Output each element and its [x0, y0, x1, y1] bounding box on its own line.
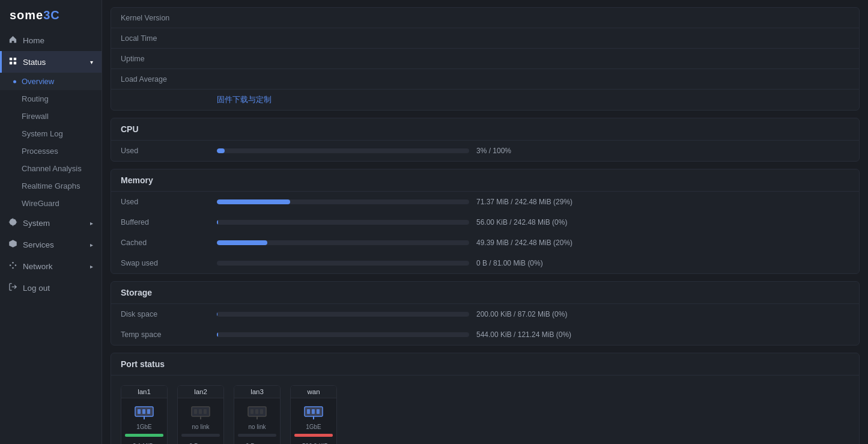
port-lan1-speed: 1GbE	[121, 422, 167, 431]
sidebar-item-status[interactable]: Status ▾	[0, 51, 102, 73]
memory-cached-progress-bg	[217, 240, 469, 245]
sidebar-sub-system-log-label: System Log	[22, 129, 63, 138]
svg-rect-1	[14, 58, 16, 60]
kernel-version-row: Kernel Version	[111, 8, 859, 28]
sidebar-sub-overview[interactable]: Overview	[0, 73, 102, 90]
cpu-section: CPU Used 3% / 100%	[111, 118, 860, 162]
port-lan2-bar	[181, 434, 220, 437]
port-lan1-up: ▲ 3.1 MiB	[125, 442, 163, 444]
upload-arrow-icon: ▲	[238, 442, 244, 444]
sidebar-item-logout-label: Log out	[23, 284, 50, 293]
memory-title: Memory	[111, 169, 859, 192]
sidebar-sub-processes[interactable]: Processes	[0, 142, 102, 160]
port-lan3-speed: no link	[234, 422, 280, 431]
port-lan1-bar	[125, 434, 163, 437]
kernel-version-label: Kernel Version	[121, 14, 217, 22]
svg-rect-3	[14, 62, 16, 64]
port-wan-icon	[291, 398, 336, 422]
memory-swap-progress-container: 0 B / 81.00 MiB (0%)	[217, 259, 849, 267]
services-icon	[8, 239, 17, 250]
svg-rect-2	[10, 62, 12, 64]
sidebar-item-network-label: Network	[23, 262, 53, 271]
sidebar-item-services[interactable]: Services ▸	[0, 234, 102, 255]
sidebar-item-network[interactable]: Network ▸	[0, 255, 102, 277]
memory-used-label: Used	[121, 198, 217, 206]
logout-icon	[8, 282, 17, 293]
sidebar-sub-routing[interactable]: Routing	[0, 90, 102, 108]
upload-arrow-icon: ▲	[125, 442, 131, 444]
memory-buffered-progress-fill	[217, 220, 218, 225]
storage-disk-text: 200.00 KiB / 87.02 MiB (0%)	[476, 310, 584, 318]
svg-point-6	[15, 264, 17, 266]
memory-swap-text: 0 B / 81.00 MiB (0%)	[476, 259, 584, 267]
storage-temp-text: 544.00 KiB / 121.24 MiB (0%)	[476, 330, 584, 339]
port-lan3-label: lan3	[234, 386, 280, 398]
sidebar-sub-channel-analysis[interactable]: Channel Analysis	[0, 160, 102, 177]
port-lan2-up: ▲ 0 B	[181, 442, 220, 444]
port-lan2-label: lan2	[178, 386, 223, 398]
cpu-used-label: Used	[121, 147, 217, 155]
svg-rect-28	[317, 409, 320, 414]
port-lan3-icon	[234, 398, 280, 422]
sidebar-sub-wireguard[interactable]: WireGuard	[0, 195, 102, 212]
cpu-used-progress-bg	[217, 148, 469, 153]
sidebar-item-system-label: System	[23, 219, 50, 228]
local-time-row: Local Time	[111, 28, 859, 49]
memory-cached-progress-fill	[217, 240, 267, 245]
sidebar-sub-system-log[interactable]: System Log	[0, 125, 102, 142]
svg-rect-26	[307, 409, 310, 414]
svg-rect-21	[250, 409, 253, 414]
status-icon	[8, 56, 17, 67]
svg-point-5	[10, 264, 11, 266]
storage-disk-progress-container: 200.00 KiB / 87.02 MiB (0%)	[217, 310, 849, 318]
sidebar-sub-wireguard-label: WireGuard	[22, 199, 59, 208]
svg-rect-23	[260, 409, 263, 414]
cpu-used-progress-fill	[217, 148, 225, 153]
network-expand-icon: ▸	[90, 263, 93, 270]
sidebar-item-system[interactable]: System ▸	[0, 212, 102, 234]
sidebar-sub-processes-label: Processes	[22, 147, 58, 156]
port-status-section: Port status lan1 1GbE	[111, 353, 860, 444]
firmware-link-row: 固件下载与定制	[111, 90, 859, 110]
sidebar-sub-channel-analysis-label: Channel Analysis	[22, 164, 82, 173]
memory-used-text: 71.37 MiB / 242.48 MiB (29%)	[476, 198, 584, 206]
memory-buffered-progress-container: 56.00 KiB / 242.48 MiB (0%)	[217, 218, 849, 227]
uptime-row: Uptime	[111, 49, 859, 69]
sidebar-item-services-label: Services	[23, 240, 54, 249]
port-wan-label: wan	[291, 386, 336, 398]
svg-rect-0	[10, 58, 12, 60]
port-grid: lan1 1GbE ▲ 3.1 MiB	[111, 376, 859, 444]
memory-swap-row: Swap used 0 B / 81.00 MiB (0%)	[111, 253, 859, 273]
uptime-label: Uptime	[121, 55, 217, 63]
svg-rect-11	[138, 409, 141, 414]
memory-buffered-row: Buffered 56.00 KiB / 242.48 MiB (0%)	[111, 212, 859, 233]
memory-buffered-text: 56.00 KiB / 242.48 MiB (0%)	[476, 218, 584, 227]
memory-cached-text: 49.39 MiB / 242.48 MiB (20%)	[476, 239, 584, 247]
port-status-title: Port status	[111, 353, 859, 376]
storage-temp-row: Temp space 544.00 KiB / 121.24 MiB (0%)	[111, 324, 859, 345]
sidebar-sub-realtime-graphs[interactable]: Realtime Graphs	[0, 177, 102, 195]
port-card-lan1: lan1 1GbE ▲ 3.1 MiB	[121, 385, 168, 444]
sidebar-item-home[interactable]: Home	[0, 29, 102, 51]
sidebar-item-logout[interactable]: Log out	[0, 277, 102, 299]
storage-disk-progress-bg	[217, 312, 469, 317]
logo-text: some3C	[10, 8, 60, 22]
sidebar-sub-realtime-graphs-label: Realtime Graphs	[22, 181, 80, 190]
port-card-lan3: lan3 no link ▲ 0 B	[234, 385, 281, 444]
port-lan1-label: lan1	[121, 386, 167, 398]
load-average-label: Load Average	[121, 75, 217, 84]
system-expand-icon: ▸	[90, 220, 93, 227]
upload-arrow-icon: ▲	[181, 442, 187, 444]
svg-rect-18	[204, 409, 207, 414]
connected-port-icon	[133, 403, 155, 420]
memory-used-progress-container: 71.37 MiB / 242.48 MiB (29%)	[217, 198, 849, 206]
sidebar-sub-firewall[interactable]: Firewall	[0, 108, 102, 125]
cpu-used-progress-container: 3% / 100%	[217, 147, 849, 155]
sidebar: some3C Home Status ▾ Overview Routing Fi…	[0, 0, 102, 444]
sidebar-item-home-label: Home	[23, 36, 44, 45]
nolink-port-icon	[246, 403, 268, 420]
svg-point-7	[12, 262, 14, 264]
svg-rect-12	[142, 409, 145, 414]
sidebar-sub-firewall-label: Firewall	[22, 112, 49, 121]
firmware-link[interactable]: 固件下载与定制	[217, 94, 272, 105]
